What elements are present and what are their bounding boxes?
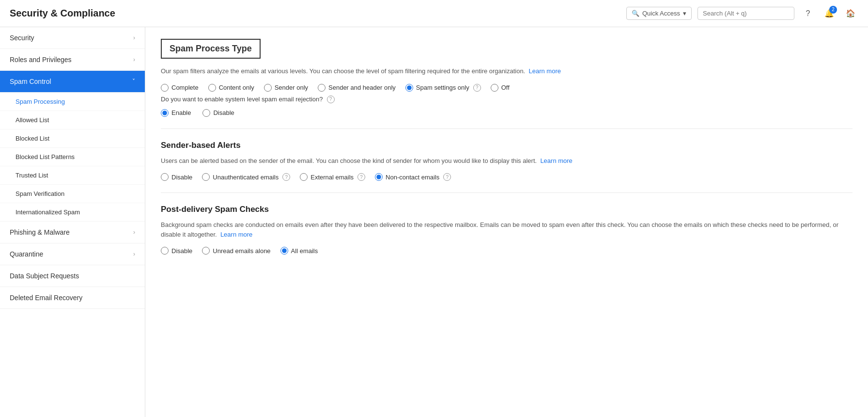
rejection-question: Do you want to enable system level spam … [161, 96, 852, 103]
sidebar-subitem-spam-verification[interactable]: Spam Verification [0, 185, 145, 203]
sidebar-subitem-trusted-list[interactable]: Trusted List [0, 166, 145, 185]
learn-more-link-3[interactable]: Learn more [220, 231, 252, 238]
radio-option-complete[interactable]: Complete [161, 84, 199, 92]
sidebar-subitem-internationalized-spam[interactable]: Internationalized Spam [0, 203, 145, 222]
quick-access-button[interactable]: 🔍 Quick Access ▾ [626, 7, 692, 20]
radio-option-sa-disable[interactable]: Disable [161, 173, 192, 181]
sidebar-subitem-blocked-list[interactable]: Blocked List [0, 129, 145, 148]
spam-type-description: Our spam filters analyze the emails at v… [161, 66, 852, 76]
sidebar-item-spam-control[interactable]: Spam Control ˅ [0, 71, 145, 93]
radio-external[interactable] [300, 173, 308, 181]
sidebar-item-label: Deleted Email Recovery [10, 294, 82, 302]
radio-content-only[interactable] [208, 84, 216, 92]
sender-alerts-description: Users can be alerted based on the sender… [161, 156, 852, 166]
main-content: Spam Process Type Our spam filters analy… [145, 27, 868, 417]
section-title-box: Spam Process Type [161, 39, 261, 59]
question-icon: ? [806, 9, 810, 18]
rejection-radio-group: Enable Disable [161, 109, 852, 117]
sidebar-item-label: Phishing & Malware [10, 228, 70, 236]
learn-more-link-1[interactable]: Learn more [528, 67, 560, 75]
sidebar-item-security[interactable]: Security › [0, 27, 145, 49]
help-icon-external[interactable]: ? [357, 173, 365, 181]
chevron-right-icon: › [133, 251, 135, 257]
sidebar-item-label: Data Subject Requests [10, 272, 79, 280]
sidebar-item-roles-privileges[interactable]: Roles and Privileges › [0, 49, 145, 71]
sidebar: Security › Roles and Privileges › Spam C… [0, 27, 145, 417]
radio-non-contact[interactable] [375, 173, 383, 181]
sender-alerts-title: Sender-based Alerts [161, 141, 852, 150]
radio-option-off[interactable]: Off [491, 84, 510, 92]
radio-complete[interactable] [161, 84, 169, 92]
radio-enable[interactable] [161, 109, 169, 117]
help-icon-rejection[interactable]: ? [327, 96, 335, 103]
chevron-right-icon: › [133, 229, 135, 236]
sidebar-item-deleted-email-recovery[interactable]: Deleted Email Recovery [0, 287, 145, 309]
app-title: Security & Compliance [10, 8, 115, 19]
topbar-right: 🔍 Quick Access ▾ ? 🔔 2 🏠 [626, 6, 858, 21]
sidebar-subitem-blocked-list-patterns[interactable]: Blocked List Patterns [0, 148, 145, 166]
sidebar-item-label: Quarantine [10, 250, 43, 258]
chevron-down-icon: ˅ [132, 78, 135, 85]
radio-option-external[interactable]: External emails ? [300, 173, 365, 181]
sidebar-subitem-spam-processing[interactable]: Spam Processing [0, 93, 145, 111]
post-delivery-radio-group: Disable Unread emails alone All emails [161, 247, 852, 255]
quick-access-label: Quick Access [642, 10, 680, 17]
radio-option-unauthenticated[interactable]: Unauthenticated emails ? [202, 173, 290, 181]
radio-option-unread-only[interactable]: Unread emails alone [202, 247, 270, 255]
topbar: Security & Compliance 🔍 Quick Access ▾ ?… [0, 0, 868, 27]
home-icon: 🏠 [846, 9, 855, 18]
radio-option-content-only[interactable]: Content only [208, 84, 254, 92]
chevron-down-icon: ▾ [683, 10, 686, 17]
sidebar-item-label: Roles and Privileges [10, 56, 72, 64]
sidebar-subitem-allowed-list[interactable]: Allowed List [0, 111, 145, 129]
radio-off[interactable] [491, 84, 498, 92]
radio-disable[interactable] [202, 109, 210, 117]
radio-option-spam-settings-only[interactable]: Spam settings only ? [405, 84, 481, 92]
help-button[interactable]: ? [800, 6, 816, 21]
post-delivery-title: Post-delivery Spam Checks [161, 205, 852, 214]
notification-badge: 2 [829, 6, 837, 14]
section-title: Spam Process Type [170, 44, 252, 53]
chevron-right-icon: › [133, 34, 135, 41]
learn-more-link-2[interactable]: Learn more [540, 157, 572, 164]
sidebar-item-data-subject-requests[interactable]: Data Subject Requests [0, 265, 145, 287]
radio-option-sender-header-only[interactable]: Sender and header only [318, 84, 396, 92]
sidebar-item-phishing-malware[interactable]: Phishing & Malware › [0, 222, 145, 243]
radio-option-all-emails[interactable]: All emails [280, 247, 318, 255]
sidebar-item-label: Security [10, 34, 34, 42]
radio-sender-header-only[interactable] [318, 84, 326, 92]
radio-option-enable[interactable]: Enable [161, 109, 191, 117]
post-delivery-description: Background spam checks are conducted on … [161, 220, 852, 239]
radio-option-sender-only[interactable]: Sender only [264, 84, 308, 92]
help-icon-unauthenticated[interactable]: ? [282, 173, 290, 181]
help-icon-non-contact[interactable]: ? [443, 173, 451, 181]
radio-sender-only[interactable] [264, 84, 272, 92]
search-input[interactable] [698, 7, 794, 20]
radio-sa-disable[interactable] [161, 173, 169, 181]
radio-option-non-contact[interactable]: Non-contact emails ? [375, 173, 451, 181]
radio-all-emails[interactable] [280, 247, 288, 255]
sidebar-item-label: Spam Control [10, 78, 51, 85]
radio-unread-only[interactable] [202, 247, 210, 255]
home-button[interactable]: 🏠 [843, 6, 858, 21]
chevron-right-icon: › [133, 56, 135, 63]
radio-option-pd-disable[interactable]: Disable [161, 247, 192, 255]
notification-button[interactable]: 🔔 2 [822, 6, 837, 21]
radio-spam-settings-only[interactable] [405, 84, 413, 92]
divider-2 [161, 192, 852, 193]
radio-unauthenticated[interactable] [202, 173, 210, 181]
layout: Security › Roles and Privileges › Spam C… [0, 27, 868, 417]
radio-pd-disable[interactable] [161, 247, 169, 255]
sidebar-item-quarantine[interactable]: Quarantine › [0, 243, 145, 265]
sender-alert-radio-group: Disable Unauthenticated emails ? Externa… [161, 173, 852, 181]
help-icon-spam-settings[interactable]: ? [473, 84, 481, 92]
spam-type-radio-group: Complete Content only Sender only Sender… [161, 84, 852, 92]
divider-1 [161, 128, 852, 129]
radio-option-disable[interactable]: Disable [202, 109, 234, 117]
search-icon: 🔍 [632, 10, 639, 17]
